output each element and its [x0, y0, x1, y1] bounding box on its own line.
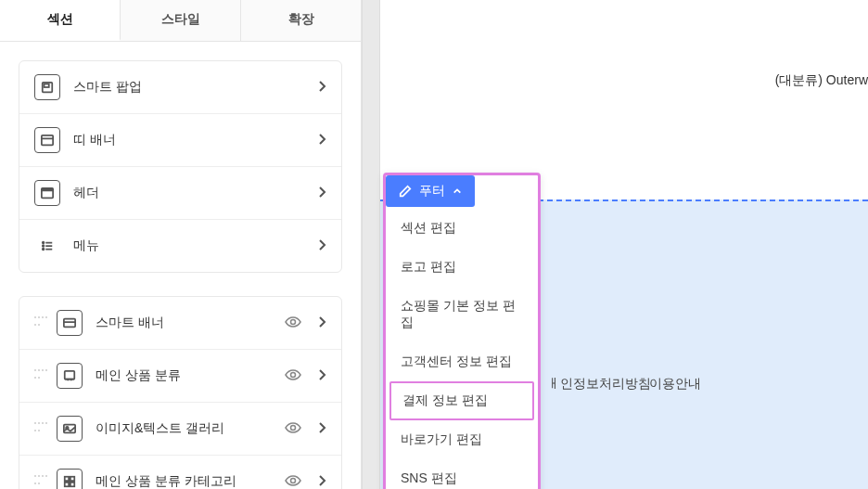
chevron-right-icon [317, 315, 326, 331]
section-list: 스마트 팝업 띠 배너 헤더 메뉴 [0, 42, 361, 489]
gallery-icon [57, 416, 83, 442]
menu-item-section-edit[interactable]: 섹션 편집 [386, 209, 538, 248]
product-category-icon [57, 363, 83, 389]
svg-point-27 [291, 478, 296, 483]
list-item[interactable]: 메인 상품 분류 카테고리 [19, 456, 341, 489]
visibility-icon[interactable] [284, 418, 302, 440]
fixed-group: 스마트 팝업 띠 배너 헤더 메뉴 [19, 60, 342, 273]
sidebar: 섹션 스타일 확장 스마트 팝업 띠 배너 [0, 0, 362, 489]
chevron-right-icon [317, 80, 326, 96]
visibility-icon[interactable] [284, 471, 302, 490]
svg-rect-5 [42, 188, 53, 192]
smart-banner-icon [57, 310, 83, 336]
menu-icon [34, 233, 60, 259]
svg-point-22 [291, 425, 296, 430]
chevron-right-icon [317, 421, 326, 437]
menu-item-cs-info-edit[interactable]: 고객센터 정보 편집 [386, 342, 538, 381]
tabs: 섹션 스타일 확장 [0, 0, 361, 42]
svg-rect-1 [45, 84, 49, 88]
chevron-right-icon [317, 368, 326, 384]
menu-item-logo-edit[interactable]: 로고 편집 [386, 248, 538, 287]
tab-extend[interactable]: 확장 [241, 0, 361, 41]
chevron-up-icon [453, 187, 462, 196]
svg-rect-24 [70, 477, 74, 481]
tab-style[interactable]: 스타일 [121, 0, 241, 41]
svg-rect-2 [42, 135, 53, 146]
svg-rect-15 [65, 371, 75, 380]
drag-handle-icon[interactable] [34, 475, 47, 488]
item-header[interactable]: 헤더 [19, 167, 341, 220]
item-label: 메인 상품 분류 카테고리 [96, 473, 284, 489]
menu-item-shop-info-edit[interactable]: 쇼핑몰 기본 정보 편집 [386, 287, 538, 342]
footer-context-menu: 푸터 섹션 편집 로고 편집 쇼핑몰 기본 정보 편집 고객센터 정보 편집 결… [383, 173, 541, 489]
menu-header[interactable]: 푸터 [386, 175, 475, 207]
menu-item-shortcut-edit[interactable]: 바로가기 편집 [386, 420, 538, 459]
popup-icon [34, 74, 60, 100]
item-smart-popup[interactable]: 스마트 팝업 [19, 61, 341, 114]
menu-item-payment-info-edit[interactable]: 결제 정보 편집 [389, 381, 534, 420]
terms-link[interactable]: 이용안내 [649, 376, 701, 392]
menu-header-label: 푸터 [419, 183, 445, 199]
item-strip-banner[interactable]: 띠 배너 [19, 114, 341, 167]
svg-point-6 [43, 242, 45, 244]
svg-rect-23 [65, 477, 69, 481]
item-menu[interactable]: 메뉴 [19, 220, 341, 272]
tab-section[interactable]: 섹션 [0, 0, 121, 41]
list-item[interactable]: 이미지&텍스트 갤러리 [19, 403, 341, 456]
drag-handle-icon[interactable] [34, 316, 47, 329]
chevron-right-icon [317, 238, 326, 254]
banner-icon [34, 127, 60, 153]
breadcrumb: (대분류) Outerw [775, 72, 868, 89]
header-icon [34, 180, 60, 206]
vertical-scrollbar[interactable] [362, 0, 380, 489]
item-label: 띠 배너 [73, 132, 317, 148]
svg-point-14 [291, 319, 296, 324]
item-label: 이미지&텍스트 갤러리 [96, 420, 284, 437]
chevron-right-icon [317, 474, 326, 490]
item-label: 헤더 [73, 185, 317, 201]
privacy-link[interactable]: ㅐ인정보처리방침 [547, 376, 651, 392]
draggable-group: 스마트 배너 메인 상품 분류 이미지&텍스트 갤러리 [19, 296, 342, 489]
menu-item-sns-edit[interactable]: SNS 편집 [386, 459, 538, 489]
svg-rect-26 [70, 483, 74, 486]
svg-rect-25 [65, 483, 69, 486]
list-item[interactable]: 스마트 배너 [19, 297, 341, 350]
item-label: 메인 상품 분류 [96, 367, 284, 384]
svg-point-19 [291, 372, 296, 377]
list-item[interactable]: 메인 상품 분류 [19, 350, 341, 403]
item-label: 메뉴 [73, 238, 317, 254]
edit-icon [399, 185, 412, 198]
chevron-right-icon [317, 133, 326, 148]
visibility-icon[interactable] [284, 366, 302, 387]
chevron-right-icon [317, 186, 326, 201]
drag-handle-icon[interactable] [34, 422, 47, 435]
item-label: 스마트 배너 [96, 315, 284, 331]
drag-handle-icon[interactable] [34, 369, 47, 382]
visibility-icon[interactable] [284, 313, 302, 334]
svg-point-8 [43, 245, 45, 247]
svg-point-10 [43, 249, 45, 251]
category-grid-icon [57, 469, 83, 489]
item-label: 스마트 팝업 [73, 79, 317, 96]
